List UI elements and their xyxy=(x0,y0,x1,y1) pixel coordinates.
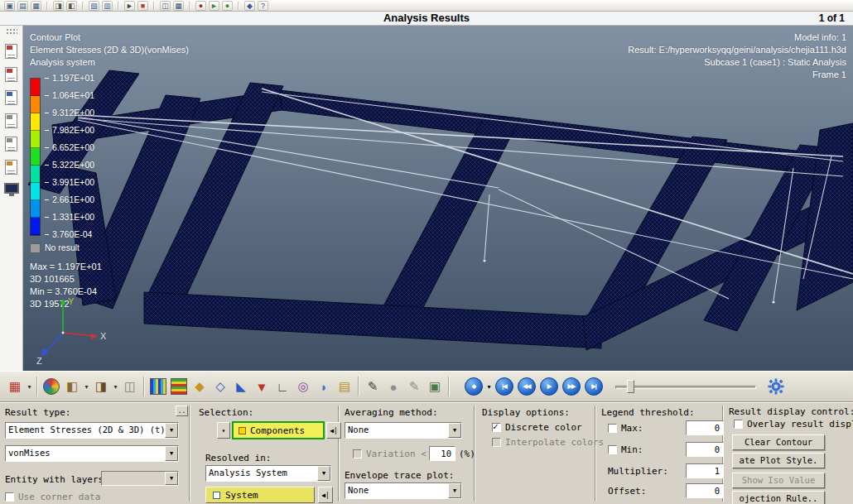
multiplier-input[interactable]: 1 xyxy=(686,463,724,478)
print-icon[interactable]: ◨ xyxy=(53,1,64,11)
main-toolbar: ▣ ▤ ▦ ◨ ◧ ▧ ▥ ► ■ xyxy=(0,0,853,12)
step-back-button[interactable]: ◀◀ xyxy=(518,377,536,396)
discrete-color-checkbox[interactable]: ✓ xyxy=(492,423,501,432)
open-model-icon[interactable]: ▧ xyxy=(89,1,99,11)
measures-panel-icon[interactable]: ∟ xyxy=(272,376,292,397)
dropdown-arrow-icon[interactable]: ▼ xyxy=(165,423,178,438)
system-reset-button[interactable]: ◀| xyxy=(318,487,333,503)
new-session-icon[interactable]: ▣ xyxy=(4,1,15,11)
page-layout-icon[interactable] xyxy=(5,113,17,128)
play-button[interactable]: ▶ xyxy=(540,377,558,396)
fbd-panel-icon[interactable]: ▼ xyxy=(252,376,272,397)
save-session-icon[interactable]: ▦ xyxy=(31,1,41,11)
tensor-panel-icon[interactable]: ◇ xyxy=(210,376,230,397)
vector-panel-icon[interactable]: ◆ xyxy=(190,376,210,397)
dropdown-arrow-icon[interactable]: ▼ xyxy=(448,423,461,438)
session-browser-icon[interactable] xyxy=(5,44,17,59)
legend-max-input[interactable]: 0 xyxy=(686,420,724,435)
record-icon[interactable]: ● xyxy=(195,1,206,11)
screen-capture-icon[interactable]: ▣ xyxy=(425,376,445,397)
averaging-method-select[interactable]: None ▼ xyxy=(345,422,462,439)
component-display-caret-icon[interactable]: ▾ xyxy=(112,376,119,397)
legend-tick xyxy=(45,95,49,96)
dropdown-arrow-icon[interactable]: ▼ xyxy=(448,483,461,498)
parameters-browser-icon[interactable] xyxy=(5,137,17,151)
delete-page-icon[interactable]: ■ xyxy=(137,1,148,11)
window-layout-4-icon[interactable]: ▦ xyxy=(173,1,184,11)
envelope-select[interactable]: None ▼ xyxy=(345,482,462,499)
panel-separator xyxy=(595,406,596,502)
deformed-panel-icon[interactable]: ◣ xyxy=(231,376,251,397)
selection-label: Selection: xyxy=(199,407,253,418)
window-layout-2-icon[interactable]: ◫ xyxy=(160,1,171,11)
dropdown-arrow-icon[interactable]: ▼ xyxy=(317,466,330,481)
model-info-line: Result: E:/hyperworksyqq/geini/analysis/… xyxy=(628,44,846,56)
animation-mode-button[interactable]: ◆ xyxy=(465,377,483,396)
notes-browser-icon[interactable] xyxy=(5,160,17,175)
toolbar-grip-handle[interactable] xyxy=(6,28,17,36)
selection-type-caret[interactable]: ▾ xyxy=(217,422,230,439)
annotation-bubble-icon[interactable]: ● xyxy=(383,376,403,397)
legend-band xyxy=(31,79,40,96)
first-frame-button[interactable]: |◀ xyxy=(495,377,513,396)
edit-legend-caret-icon[interactable]: ▾ xyxy=(26,376,33,397)
results-browser-icon[interactable] xyxy=(5,67,17,82)
component-display-icon[interactable]: ◨ xyxy=(91,376,111,397)
animation-settings-button[interactable] xyxy=(765,376,787,397)
result-type-select[interactable]: Element Stresses (2D & 3D) (t) ▼ xyxy=(5,422,179,439)
tracking-panel-icon[interactable]: ◎ xyxy=(293,376,313,397)
legend-value: 2.661E+00 xyxy=(45,191,94,209)
resolved-in-label: Resolved in: xyxy=(205,453,271,463)
selection-reset-button[interactable]: ◀| xyxy=(326,422,341,439)
slider-handle[interactable] xyxy=(627,380,634,393)
last-frame-button[interactable]: ▶| xyxy=(585,377,603,396)
mask-elements-icon[interactable]: ◫ xyxy=(120,376,140,397)
slider-track[interactable] xyxy=(615,386,756,389)
legend-min-input[interactable]: 0 xyxy=(686,442,724,457)
system-collector-button[interactable]: System xyxy=(205,487,315,503)
offset-input[interactable]: 0 xyxy=(686,483,724,498)
iso-panel-icon[interactable] xyxy=(169,376,189,397)
overlay-result-checkbox[interactable] xyxy=(734,420,743,429)
result-type-more-button[interactable]: .. xyxy=(176,406,188,416)
build-plots-icon[interactable]: ✎ xyxy=(404,376,424,397)
monitor-icon[interactable] xyxy=(4,183,19,194)
legend-min-checkbox[interactable] xyxy=(608,445,617,454)
animation-mode-caret-icon[interactable]: ▾ xyxy=(485,376,493,397)
step-forward-button[interactable]: ▶▶ xyxy=(562,377,581,396)
import-results-icon[interactable]: ▥ xyxy=(102,1,113,11)
create-plot-style-button[interactable]: ate Plot Style. xyxy=(732,453,825,468)
start-process-icon[interactable]: ► xyxy=(209,1,219,11)
model-info-block: Model info: 1Result: E:/hyperworksyqq/ge… xyxy=(628,31,846,81)
help-icon[interactable]: ? xyxy=(258,1,268,11)
result-component-select[interactable]: vonMises ▼ xyxy=(5,445,179,462)
open-session-icon[interactable]: ▤ xyxy=(17,1,28,11)
legend-max-checkbox[interactable] xyxy=(608,424,617,433)
section-cut-panel-icon[interactable]: ◗ xyxy=(314,376,334,397)
clear-contour-button[interactable]: Clear Contour xyxy=(732,434,825,450)
dropdown-arrow-icon[interactable]: ▼ xyxy=(165,446,178,461)
use-corner-data-checkbox[interactable] xyxy=(5,492,14,502)
model-appearance-icon[interactable] xyxy=(41,376,61,397)
variation-input[interactable]: 10 xyxy=(429,446,455,461)
edit-legend-icon[interactable]: ▦ xyxy=(5,376,25,397)
resolved-in-select[interactable]: Analysis System ▼ xyxy=(205,465,331,482)
animation-frame-slider[interactable] xyxy=(615,379,756,394)
page-title: Analysis Results xyxy=(0,12,853,25)
notes-panel-icon[interactable]: ▤ xyxy=(335,376,354,397)
pointer-mode-icon[interactable]: ► xyxy=(124,1,135,11)
contour-panel-icon[interactable] xyxy=(148,376,168,397)
refresh-icon[interactable]: ● xyxy=(222,1,233,11)
copy-page-icon[interactable]: ◧ xyxy=(66,1,77,11)
entity-display-caret-icon[interactable]: ▾ xyxy=(83,376,90,397)
options-icon[interactable]: ◆ xyxy=(244,1,255,11)
components-collector-button[interactable]: Components xyxy=(232,421,325,439)
entity-display-icon[interactable]: ◧ xyxy=(62,376,82,397)
projection-rule-button[interactable]: ojection Rule.. xyxy=(732,491,825,504)
results-toolbar: ▦ ▾ ◧ ▾ ◨ ▾ ◫ ◆ xyxy=(0,371,853,402)
no-result-label: No result xyxy=(45,242,80,254)
viewport-3d[interactable]: Contour Plot Element Stresses (2D & 3D)(… xyxy=(23,26,853,371)
publish-report-icon[interactable] xyxy=(5,90,17,105)
legend-value: 5.322E+00 xyxy=(45,156,94,174)
query-results-icon[interactable]: ✎ xyxy=(363,376,383,397)
